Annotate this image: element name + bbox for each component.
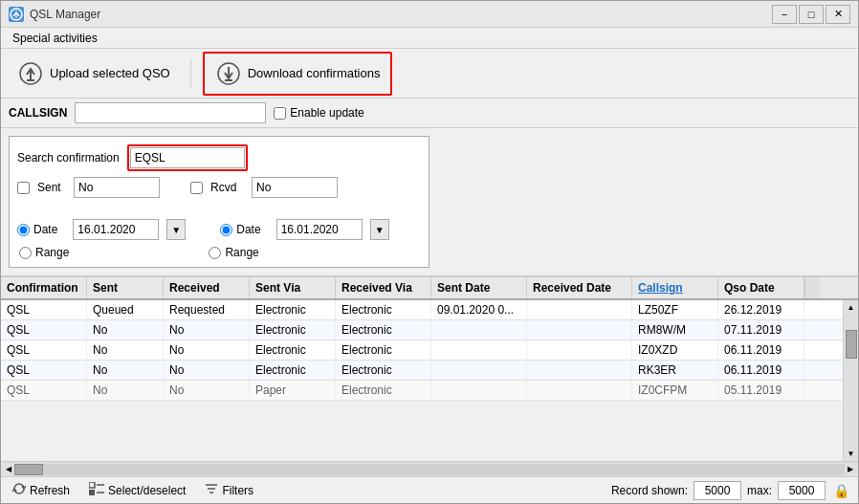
cell-confirmation-4: QSL <box>1 381 87 400</box>
date2-input[interactable] <box>276 219 363 240</box>
cell-received-1: No <box>164 320 250 340</box>
range1-label: Range <box>35 246 69 259</box>
filters-button[interactable]: Filters <box>201 480 257 500</box>
record-shown-label: Record shown: <box>611 484 688 497</box>
menu-bar: Special activities <box>1 28 858 49</box>
main-content: Search confirmation EQSL LoTW QRZ HRDLog… <box>1 128 858 476</box>
cell-received-2: No <box>164 340 250 360</box>
download-icon <box>215 60 242 87</box>
cell-received-3: No <box>164 361 250 380</box>
cell-callsign-2: IZ0XZD <box>632 340 718 360</box>
vertical-scrollbar[interactable]: ▲ ▼ <box>843 300 858 461</box>
close-button[interactable]: ✕ <box>826 5 850 24</box>
sent-select[interactable]: No Yes All <box>74 177 160 198</box>
cell-callsign-3: RK3ER <box>632 361 718 380</box>
col-callsign[interactable]: Callsign <box>632 277 718 298</box>
record-max-input[interactable] <box>778 481 826 500</box>
search-filter-label: Search confirmation <box>17 151 120 164</box>
table-row[interactable]: QSL Queued Requested Electronic Electron… <box>1 300 843 320</box>
sent-checkbox[interactable] <box>17 182 30 194</box>
col-qso-date: Qso Date <box>718 277 804 298</box>
callsign-row: CALLSIGN Enable update <box>1 99 858 128</box>
cell-sent-via-4: Paper <box>250 381 336 400</box>
toolbar-separator <box>190 59 191 88</box>
upload-qso-button[interactable]: Upload selected QSO <box>9 55 179 92</box>
lock-icon: 🔒 <box>831 481 850 500</box>
cell-sent-0: Queued <box>87 300 164 319</box>
range2-radio[interactable] <box>209 247 221 259</box>
cell-received-via-1: Electronic <box>336 320 431 340</box>
status-right: Record shown: max: 🔒 <box>611 481 850 500</box>
date1-radio-group: Date <box>17 223 57 236</box>
cell-confirmation-3: QSL <box>1 361 87 380</box>
col-sent: Sent <box>87 277 164 298</box>
enable-update-group: Enable update <box>274 106 363 120</box>
svg-rect-8 <box>89 482 95 488</box>
refresh-button[interactable]: Refresh <box>9 480 74 500</box>
scroll-down-arrow[interactable]: ▼ <box>848 447 855 461</box>
filters-icon <box>205 482 218 498</box>
scroll-thumb[interactable] <box>846 330 857 359</box>
date1-picker-button[interactable]: ▼ <box>166 219 186 240</box>
menu-special-activities[interactable]: Special activities <box>5 30 105 47</box>
horizontal-scrollbar[interactable]: ◀ ▶ <box>1 461 858 476</box>
date1-input[interactable] <box>73 219 159 240</box>
range2-radio-group: Range <box>209 246 258 259</box>
scroll-left-arrow[interactable]: ◀ <box>3 465 14 473</box>
cell-sent-date-4 <box>431 381 527 400</box>
callsign-input[interactable] <box>75 102 266 123</box>
date2-radio[interactable] <box>220 224 232 236</box>
rcvd-label: Rcvd <box>210 181 244 194</box>
cell-received-via-3: Electronic <box>336 361 431 380</box>
cell-callsign-4: IZ0CFPM <box>632 381 718 400</box>
select-deselect-icon <box>89 482 104 498</box>
title-bar-left: QSL Manager <box>9 7 100 22</box>
search-confirmation-select[interactable]: EQSL LoTW QRZ HRDLog <box>130 147 245 168</box>
sent-label: Sent <box>37 181 66 194</box>
cell-callsign-0: LZ50ZF <box>632 300 718 319</box>
h-scroll-thumb[interactable] <box>14 464 43 475</box>
window-title: QSL Manager <box>30 8 100 21</box>
cell-sent-date-3 <box>431 361 527 380</box>
scroll-up-arrow[interactable]: ▲ <box>848 300 855 315</box>
date1-label: Date <box>33 223 57 236</box>
cell-received-via-2: Electronic <box>336 340 431 360</box>
date2-picker-button[interactable]: ▼ <box>370 219 389 240</box>
sent-rcvd-row: Sent No Yes All Rcvd No Ye <box>17 177 421 198</box>
cell-qso-date-3: 06.11.2019 <box>718 361 804 380</box>
spacer-row <box>17 204 421 213</box>
table-row[interactable]: QSL No No Electronic Electronic RM8W/M 0… <box>1 320 843 340</box>
table-body: QSL Queued Requested Electronic Electron… <box>1 300 843 461</box>
range-row: Range Range <box>17 246 421 259</box>
col-confirmation: Confirmation <box>1 277 87 298</box>
rcvd-checkbox[interactable] <box>190 182 203 194</box>
select-deselect-label: Select/deselect <box>108 484 186 497</box>
maximize-button[interactable]: □ <box>799 5 824 24</box>
date1-row: Date ▼ Date ▼ <box>17 219 421 240</box>
rcvd-select[interactable]: No Yes All <box>252 177 338 198</box>
callsign-label: CALLSIGN <box>9 106 67 120</box>
cell-sent-3: No <box>87 361 164 380</box>
download-confirmations-button[interactable]: Download confirmations <box>207 55 389 92</box>
enable-update-checkbox[interactable] <box>274 107 286 120</box>
svg-rect-9 <box>89 490 95 495</box>
cell-sent-1: No <box>87 320 164 340</box>
filter-box: Search confirmation EQSL LoTW QRZ HRDLog… <box>9 136 430 268</box>
cell-qso-date-2: 06.11.2019 <box>718 340 804 360</box>
cell-sent-date-2 <box>431 340 527 360</box>
scroll-right-arrow[interactable]: ▶ <box>845 465 856 473</box>
table-row[interactable]: QSL No No Paper Electronic IZ0CFPM 05.11… <box>1 381 843 401</box>
cell-qso-date-4: 05.11.2019 <box>718 381 804 400</box>
minimize-button[interactable]: − <box>772 5 797 24</box>
select-deselect-button[interactable]: Select/deselect <box>85 480 189 500</box>
sent-select-wrapper: No Yes All <box>74 177 160 198</box>
record-shown-input[interactable] <box>694 481 741 500</box>
range1-radio[interactable] <box>19 247 32 259</box>
date1-radio[interactable] <box>17 224 30 236</box>
table-container: Confirmation Sent Received Sent Via Rece… <box>1 276 858 476</box>
filters-label: Filters <box>222 484 253 497</box>
cell-qso-date-1: 07.11.2019 <box>718 320 804 340</box>
table-row[interactable]: QSL No No Electronic Electronic IZ0XZD 0… <box>1 340 843 361</box>
table-row[interactable]: QSL No No Electronic Electronic RK3ER 06… <box>1 361 843 381</box>
cell-confirmation-1: QSL <box>1 320 87 340</box>
